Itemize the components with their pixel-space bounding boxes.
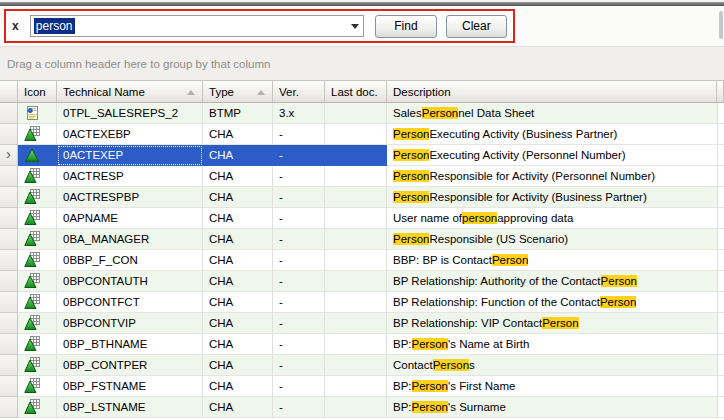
description-cell: Person Executing Activity (Personnel Num… [387, 145, 718, 166]
version-cell: - [273, 166, 325, 187]
grid-row[interactable]: 0TPL_SALESREPS_2BTMP3.xSales Personnel D… [0, 103, 724, 124]
characteristic-grid-icon-cell [18, 334, 57, 355]
last-doc-cell [325, 313, 387, 334]
grid-row[interactable]: 0BPCONTVIPCHA-BP Relationship: VIP Conta… [0, 313, 724, 334]
type-cell: CHA [203, 229, 273, 250]
row-indicator: › [0, 145, 18, 166]
description-text: BP Relationship: Authority of the Contac… [393, 275, 601, 287]
description-text: Executing Activity (Personnel Number) [429, 149, 625, 161]
version-cell: - [273, 250, 325, 271]
grid-row[interactable]: 0BBP_F_CONCHA-BBP: BP is Contact Person [0, 250, 724, 271]
row-indicator [0, 313, 18, 334]
combo-dropdown-button[interactable] [346, 16, 363, 36]
search-input-value[interactable]: person [34, 18, 75, 34]
row-filler [718, 208, 724, 229]
last-doc-cell [325, 292, 387, 313]
description-text: BP Relationship: VIP Contact [393, 317, 542, 329]
column-header-tech[interactable]: Technical Name [57, 80, 203, 103]
type-cell: CHA [203, 145, 273, 166]
row-indicator [0, 271, 18, 292]
characteristic-grid-icon [24, 126, 40, 142]
version-cell: - [273, 229, 325, 250]
search-highlight: Person [542, 317, 578, 329]
description-cell: Person Executing Activity (Business Part… [387, 124, 718, 145]
technical-name-cell: 0BP_BTHNAME [57, 334, 203, 355]
scrollbar-sliver[interactable] [719, 11, 723, 39]
find-button[interactable]: Find [375, 15, 436, 38]
characteristic-grid-icon-cell [18, 187, 57, 208]
technical-name-cell: 0ACTRESP [57, 166, 203, 187]
row-filler [718, 397, 724, 418]
grid-row[interactable]: ›0ACTEXEPCHA-Person Executing Activity (… [0, 145, 724, 166]
grid-row[interactable]: 0BP_BTHNAMECHA-BP: Person's Name at Birt… [0, 334, 724, 355]
search-highlight: Person [393, 191, 429, 203]
web-template-icon [24, 105, 40, 121]
description-text: Sales [393, 107, 422, 119]
grid-row[interactable]: 0ACTEXEBPCHA-Person Executing Activity (… [0, 124, 724, 145]
type-cell: CHA [203, 313, 273, 334]
grid-row[interactable]: 0BP_FSTNAMECHA-BP: Person's First Name [0, 376, 724, 397]
search-highlight: Person [422, 107, 458, 119]
row-filler [718, 250, 724, 271]
description-text: s [469, 359, 475, 371]
technical-name-cell: 0BPCONTAUTH [57, 271, 203, 292]
description-text: Responsible (US Scenario) [429, 233, 568, 245]
search-highlight: Person [492, 254, 528, 266]
grid-row[interactable]: 0BPCONTAUTHCHA-BP Relationship: Authorit… [0, 271, 724, 292]
description-cell: User name of person approving data [387, 208, 718, 229]
search-combobox[interactable]: person [30, 15, 364, 37]
last-doc-cell [325, 250, 387, 271]
version-cell: - [273, 187, 325, 208]
characteristic-grid-icon-cell [18, 229, 57, 250]
results-grid: IconTechnical NameTypeVer.Last doc.Descr… [0, 80, 724, 418]
description-cell: BP Relationship: Authority of the Contac… [387, 271, 718, 292]
search-highlight: Person [412, 338, 448, 350]
row-filler [718, 145, 724, 166]
description-cell: Contact Persons [387, 355, 718, 376]
characteristic-grid-icon-cell [18, 355, 57, 376]
grid-row[interactable]: 0ACTRESPBPCHA-Person Responsible for Act… [0, 187, 724, 208]
row-filler [718, 229, 724, 250]
grid-row[interactable]: 0ACTRESPCHA-Person Responsible for Activ… [0, 166, 724, 187]
version-cell: - [273, 208, 325, 229]
clear-button[interactable]: Clear [446, 15, 507, 38]
grid-row[interactable]: 0BPCONTFCTCHA-BP Relationship: Function … [0, 292, 724, 313]
column-header-ver[interactable]: Ver. [273, 80, 325, 103]
description-text: BP: [393, 401, 412, 413]
group-by-panel[interactable]: Drag a column header here to group by th… [0, 46, 724, 80]
search-toolbar: x person Find Clear [0, 6, 724, 46]
version-cell: - [273, 145, 325, 166]
close-search-icon[interactable]: x [12, 19, 30, 33]
description-text: 's First Name [448, 380, 515, 392]
column-header-indicator [0, 80, 18, 103]
row-indicator [0, 334, 18, 355]
description-cell: Sales Personnel Data Sheet [387, 103, 718, 124]
grid-row[interactable]: 0BP_LSTNAMECHA-BP: Person's Surname [0, 397, 724, 418]
column-header-type[interactable]: Type [203, 80, 273, 103]
description-text: Responsible for Activity (Business Partn… [429, 191, 646, 203]
column-header-lastdoc[interactable]: Last doc. [325, 80, 387, 103]
description-text: nel Data Sheet [458, 107, 534, 119]
grid-row[interactable]: 0BA_MANAGERCHA-Person Responsible (US Sc… [0, 229, 724, 250]
description-text: 's Name at Birth [448, 338, 529, 350]
description-cell: BP Relationship: VIP Contact Person [387, 313, 718, 334]
grid-row[interactable]: 0APNAMECHA-User name of person approving… [0, 208, 724, 229]
row-filler [718, 124, 724, 145]
last-doc-cell [325, 271, 387, 292]
grid-row[interactable]: 0BP_CONTPERCHA-Contact Persons [0, 355, 724, 376]
characteristic-grid-icon [24, 189, 40, 205]
characteristic-plain-icon [24, 147, 40, 163]
last-doc-cell [325, 124, 387, 145]
sort-ascending-icon [257, 90, 265, 95]
description-text: BBP: BP is Contact [393, 254, 492, 266]
characteristic-grid-icon-cell [18, 376, 57, 397]
search-highlight: Person [433, 359, 469, 371]
characteristic-grid-icon [24, 315, 40, 331]
search-highlight: Person [393, 128, 429, 140]
characteristic-grid-icon [24, 273, 40, 289]
type-cell: CHA [203, 166, 273, 187]
column-header-desc[interactable]: Description [387, 80, 717, 103]
description-text: BP: [393, 380, 412, 392]
column-header-icon[interactable]: Icon [18, 80, 57, 103]
column-header-label: Description [393, 86, 451, 98]
